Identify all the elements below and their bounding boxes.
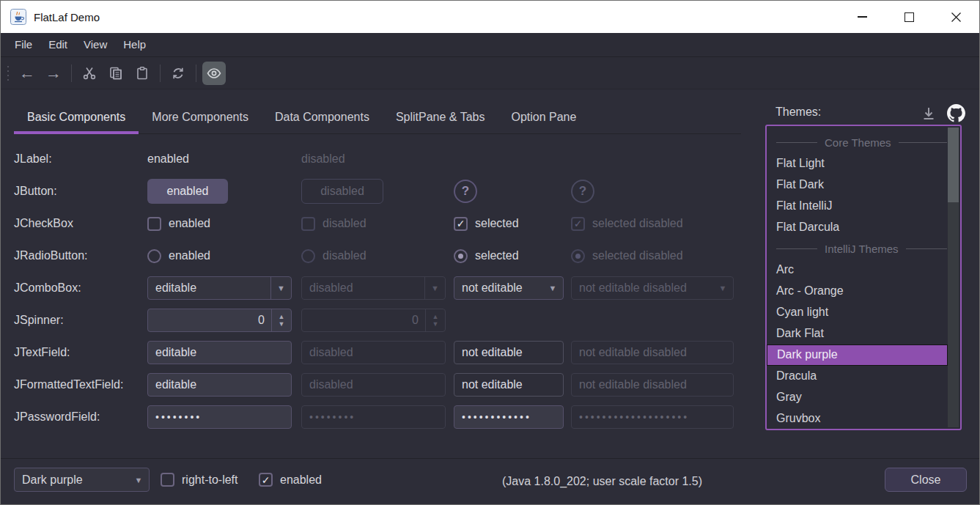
checkbox-enabled[interactable]: enabled xyxy=(147,207,210,240)
checkbox-checked-icon: ✓ xyxy=(259,473,273,487)
paste-icon xyxy=(135,66,150,81)
formattedtextfield-not-editable[interactable]: not editable xyxy=(454,373,564,397)
theme-item-arc[interactable]: Arc xyxy=(767,259,948,281)
jformattedtextfield-row-label: JFormattedTextField: xyxy=(14,369,123,401)
radio-selected[interactable]: selected xyxy=(454,240,519,272)
copy-button[interactable] xyxy=(104,62,128,85)
help-button-disabled: ? xyxy=(571,180,594,203)
paste-button[interactable] xyxy=(130,62,154,85)
forward-arrow-icon: → xyxy=(45,65,62,81)
jradiobutton-row-label: JRadioButton: xyxy=(14,240,88,272)
theme-item-arc-orange[interactable]: Arc - Orange xyxy=(767,281,948,302)
spinner-down-icon: ▼ xyxy=(432,320,439,328)
maximize-button[interactable] xyxy=(885,1,932,33)
github-button[interactable] xyxy=(946,103,965,122)
eye-icon xyxy=(206,65,222,81)
toolbar-grip[interactable] xyxy=(7,66,9,81)
menu-help[interactable]: Help xyxy=(115,33,154,56)
passwordfield-editable[interactable]: •••••••• xyxy=(147,405,292,429)
minimize-button[interactable] xyxy=(839,1,885,33)
tab-more-components[interactable]: More Components xyxy=(139,106,262,133)
spinner-arrows[interactable]: ▲▼ xyxy=(271,309,291,331)
chevron-down-icon[interactable]: ▼ xyxy=(542,277,563,299)
cut-button[interactable] xyxy=(78,62,101,85)
theme-item-dark-flat[interactable]: Dark Flat xyxy=(767,323,948,344)
show-hidden-toggle-button[interactable] xyxy=(202,62,226,85)
jformattedtextfield-row: JFormattedTextField: editable disabled n… xyxy=(14,369,743,401)
theme-item-flat-intellij[interactable]: Flat IntelliJ xyxy=(767,196,948,217)
tab-data-components[interactable]: Data Components xyxy=(262,106,383,133)
enabled-button[interactable]: enabled xyxy=(147,179,228,204)
passwordfield-not-editable-disabled: ••••••••••••••••••• xyxy=(571,405,734,429)
jlabel-row: JLabel: enabled disabled xyxy=(14,143,743,175)
download-button[interactable] xyxy=(919,104,938,123)
jspinner-row-label: JSpinner: xyxy=(14,304,64,336)
toolbar-separator xyxy=(160,64,161,82)
close-button[interactable]: Close xyxy=(885,468,967,492)
theme-item-dracula[interactable]: Dracula xyxy=(767,366,948,387)
enabled-checkbox[interactable]: ✓enabled xyxy=(259,468,322,492)
spinner-disabled: 0 ▲▼ xyxy=(301,309,446,332)
tab-basic-components[interactable]: Basic Components xyxy=(14,106,139,133)
combobox-not-editable-disabled: not editable disabled▼ xyxy=(571,276,734,300)
textfield-not-editable[interactable]: not editable xyxy=(454,341,564,364)
jspinner-row: JSpinner: 0 ▲▼ 0 ▲▼ xyxy=(14,304,743,336)
scissors-icon xyxy=(82,66,97,81)
themes-scrollbar[interactable] xyxy=(948,128,959,427)
right-to-left-checkbox[interactable]: right-to-left xyxy=(161,468,237,492)
jlabel-enabled: enabled xyxy=(147,143,189,175)
chevron-down-icon[interactable]: ▼ xyxy=(270,277,291,299)
radio-disabled: disabled xyxy=(301,240,366,272)
theme-item-dark-purple-selected[interactable]: Dark purple xyxy=(767,344,948,366)
theme-item-cyan-light[interactable]: Cyan light xyxy=(767,302,948,323)
radio-enabled[interactable]: enabled xyxy=(147,240,210,272)
themes-list[interactable]: Core Themes Flat Light Flat Dark Flat In… xyxy=(765,125,962,430)
theme-item-flat-darcula[interactable]: Flat Darcula xyxy=(767,217,948,238)
menu-edit[interactable]: Edit xyxy=(40,33,75,56)
spinner-enabled[interactable]: 0 ▲▼ xyxy=(147,309,292,332)
tabstrip: Basic Components More Components Data Co… xyxy=(14,106,741,134)
copy-icon xyxy=(108,66,123,81)
jcombobox-row: JComboBox: editable▼ disabled▼ not edita… xyxy=(14,272,743,304)
checkbox-selected[interactable]: ✓selected xyxy=(454,207,519,240)
jcombobox-row-label: JComboBox: xyxy=(14,272,81,304)
theme-selector-combobox[interactable]: Dark purple▼ xyxy=(14,468,150,492)
toolbar-separator xyxy=(71,64,72,82)
window-controls xyxy=(839,1,979,33)
theme-item-gruvbox[interactable]: Gruvbox xyxy=(767,408,948,430)
status-text: (Java 1.8.0_202; user scale factor 1.5) xyxy=(502,459,702,504)
radio-selected-icon xyxy=(454,249,468,263)
textfield-editable[interactable]: editable xyxy=(147,341,292,364)
chevron-down-icon[interactable]: ▼ xyxy=(128,468,149,491)
close-window-button[interactable] xyxy=(932,1,979,33)
scrollbar-thumb[interactable] xyxy=(948,128,959,202)
jtextfield-row-label: JTextField: xyxy=(14,336,70,369)
radio-icon xyxy=(301,249,315,263)
theme-item-gray[interactable]: Gray xyxy=(767,387,948,408)
forward-button[interactable]: → xyxy=(42,62,65,85)
theme-item-flat-dark[interactable]: Flat Dark xyxy=(767,174,948,196)
passwordfield-not-editable[interactable]: •••••••••••• xyxy=(454,405,564,429)
tab-option-pane[interactable]: Option Pane xyxy=(498,106,589,133)
back-button[interactable]: ← xyxy=(15,62,39,85)
menu-view[interactable]: View xyxy=(75,33,115,56)
formattedtextfield-editable[interactable]: editable xyxy=(147,373,292,397)
help-button[interactable]: ? xyxy=(454,180,477,203)
jpasswordfield-row: JPasswordField: •••••••• •••••••• ••••••… xyxy=(14,401,743,433)
passwordfield-disabled: •••••••• xyxy=(301,405,446,429)
refresh-button[interactable] xyxy=(166,62,190,85)
spinner-down-icon[interactable]: ▼ xyxy=(279,320,285,328)
tab-splitpane-tabs[interactable]: SplitPane & Tabs xyxy=(383,106,498,133)
theme-item-flat-light[interactable]: Flat Light xyxy=(767,153,948,174)
spinner-up-icon[interactable]: ▲ xyxy=(279,313,285,320)
checkbox-checked-icon: ✓ xyxy=(454,217,468,231)
spinner-up-icon: ▲ xyxy=(432,313,439,320)
chevron-down-icon: ▼ xyxy=(712,277,733,299)
radio-selected-disabled: selected disabled xyxy=(571,240,683,272)
combobox-editable[interactable]: editable▼ xyxy=(147,276,292,300)
window-title: FlatLaf Demo xyxy=(34,11,100,23)
download-icon xyxy=(921,106,937,122)
menu-file[interactable]: File xyxy=(7,33,40,56)
combobox-not-editable[interactable]: not editable▼ xyxy=(454,276,564,300)
jbutton-row: JButton: enabled disabled ? ? xyxy=(14,175,743,207)
